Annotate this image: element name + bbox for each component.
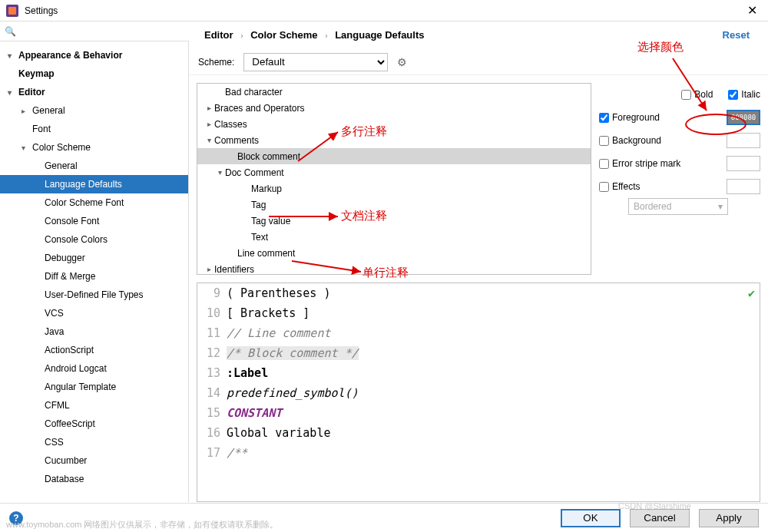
breadcrumb-item[interactable]: Language Defaults bbox=[335, 29, 424, 41]
bold-checkbox[interactable]: Bold bbox=[681, 89, 713, 100]
preview-line: 9( Parentheses ) bbox=[197, 283, 760, 303]
effects-checkbox[interactable]: Effects bbox=[599, 181, 640, 192]
apply-button[interactable]: Apply bbox=[699, 509, 759, 527]
sidebar-item[interactable]: Java bbox=[0, 322, 188, 341]
sidebar-item[interactable]: Diff & Merge bbox=[0, 267, 188, 286]
preview-line: 17/** bbox=[197, 443, 760, 463]
sidebar-item[interactable]: Console Font bbox=[0, 212, 188, 230]
sidebar-item[interactable]: VCS bbox=[0, 304, 188, 322]
watermark: CSDN @Starshime bbox=[618, 501, 691, 511]
cancel-button[interactable]: Cancel bbox=[630, 509, 690, 527]
color-tree-item[interactable]: Markup bbox=[197, 180, 591, 197]
breadcrumb: Editor › Color Scheme › Language Default… bbox=[195, 23, 759, 46]
color-tree-item[interactable]: Tag value bbox=[197, 213, 591, 229]
preview-line: 16Global variable bbox=[197, 423, 760, 443]
sidebar-item[interactable]: Color Scheme Font bbox=[0, 193, 188, 212]
titlebar: Settings ✕ bbox=[0, 0, 768, 21]
sidebar-item[interactable]: CFML bbox=[0, 396, 188, 415]
sidebar-item[interactable]: ActionScript bbox=[0, 341, 188, 359]
preview-line: 15CONSTANT bbox=[197, 403, 760, 423]
color-tree[interactable]: Bad character▸Braces and Operators▸Class… bbox=[197, 83, 591, 275]
background-swatch[interactable] bbox=[727, 133, 760, 148]
sidebar-item[interactable]: ▾Editor bbox=[0, 83, 188, 101]
search-icon: 🔍 bbox=[5, 26, 16, 37]
search-bar: 🔍 bbox=[0, 21, 189, 41]
color-tree-item[interactable]: Bad character bbox=[197, 84, 591, 100]
window-title: Settings bbox=[25, 5, 743, 16]
sidebar-item[interactable]: Console Colors bbox=[0, 230, 188, 249]
sidebar-item[interactable]: ▾Appearance & Behavior bbox=[0, 46, 188, 64]
sidebar-item[interactable]: Keymap bbox=[0, 64, 188, 83]
ok-button[interactable]: OK bbox=[561, 509, 621, 527]
color-tree-item[interactable]: ▾Comments bbox=[197, 132, 591, 148]
sidebar-item[interactable]: User-Defined File Types bbox=[0, 286, 188, 304]
preview-panel[interactable]: ✔ 9( Parentheses )10[ Brackets ]11// Lin… bbox=[197, 283, 760, 502]
color-tree-item[interactable]: Line comment bbox=[197, 245, 591, 261]
sidebar-item[interactable]: Database bbox=[0, 470, 188, 488]
close-icon[interactable]: ✕ bbox=[743, 3, 762, 18]
gear-icon[interactable]: ⚙ bbox=[397, 56, 407, 68]
effects-swatch[interactable] bbox=[727, 179, 760, 194]
settings-tree[interactable]: ▾Appearance & BehaviorKeymap▾Editor▸Gene… bbox=[0, 41, 189, 502]
sidebar-item[interactable]: Cucumber bbox=[0, 451, 188, 470]
color-tree-item[interactable]: ▾Doc Comment bbox=[197, 164, 591, 180]
search-input[interactable] bbox=[19, 26, 184, 37]
errorstripe-swatch[interactable] bbox=[727, 156, 760, 171]
foreground-checkbox[interactable]: Foreground bbox=[599, 112, 660, 123]
scheme-row: Scheme: Default ⚙ bbox=[189, 49, 768, 75]
color-tree-item[interactable]: Block comment bbox=[197, 148, 591, 164]
scheme-label: Scheme: bbox=[198, 57, 234, 68]
sidebar-item[interactable]: CSS bbox=[0, 433, 188, 451]
sidebar-item[interactable]: Language Defaults bbox=[0, 175, 188, 193]
scheme-select[interactable]: Default bbox=[243, 53, 388, 71]
color-tree-item[interactable]: ▸Classes bbox=[197, 116, 591, 132]
preview-line: 11// Line comment bbox=[197, 323, 760, 343]
italic-checkbox[interactable]: Italic bbox=[728, 89, 760, 100]
content-panel: Editor › Color Scheme › Language Default… bbox=[189, 41, 768, 502]
preview-line: 14predefined_symbol() bbox=[197, 383, 760, 403]
watermark: www.toymoban.com 网络图片仅供展示，非存储，如有侵权请联系删除。 bbox=[6, 519, 278, 530]
sidebar-item[interactable]: ▾Color Scheme bbox=[0, 138, 188, 157]
color-tree-item[interactable]: Tag bbox=[197, 197, 591, 213]
app-icon bbox=[6, 5, 18, 17]
sidebar-item[interactable]: CoffeeScript bbox=[0, 415, 188, 433]
color-tree-item[interactable]: ▸Braces and Operators bbox=[197, 100, 591, 116]
reset-link[interactable]: Reset bbox=[723, 29, 750, 41]
breadcrumb-item[interactable]: Editor bbox=[204, 29, 233, 41]
sidebar-item[interactable]: Angular Template bbox=[0, 378, 188, 396]
breadcrumb-item[interactable]: Color Scheme bbox=[250, 29, 317, 41]
preview-line: 13:Label bbox=[197, 363, 760, 383]
sidebar-item[interactable]: Android Logcat bbox=[0, 359, 188, 378]
sidebar-item[interactable]: ▸General bbox=[0, 101, 188, 120]
color-tree-item[interactable]: Text bbox=[197, 229, 591, 245]
check-icon: ✔ bbox=[748, 286, 755, 300]
errorstripe-checkbox[interactable]: Error stripe mark bbox=[599, 158, 680, 169]
sidebar-item[interactable]: Font bbox=[0, 120, 188, 138]
preview-line: 12/* Block comment */ bbox=[197, 343, 760, 363]
foreground-swatch[interactable]: 808080 bbox=[727, 110, 760, 125]
color-tree-item[interactable]: ▸Identifiers bbox=[197, 261, 591, 275]
background-checkbox[interactable]: Background bbox=[599, 135, 661, 146]
sidebar-item[interactable]: Debugger bbox=[0, 249, 188, 267]
effects-type-select[interactable]: Bordered▾ bbox=[628, 198, 728, 215]
preview-line: 10[ Brackets ] bbox=[197, 303, 760, 323]
options-panel: Bold Italic Foreground 808080 Background… bbox=[599, 83, 760, 275]
sidebar-item[interactable]: General bbox=[0, 157, 188, 175]
